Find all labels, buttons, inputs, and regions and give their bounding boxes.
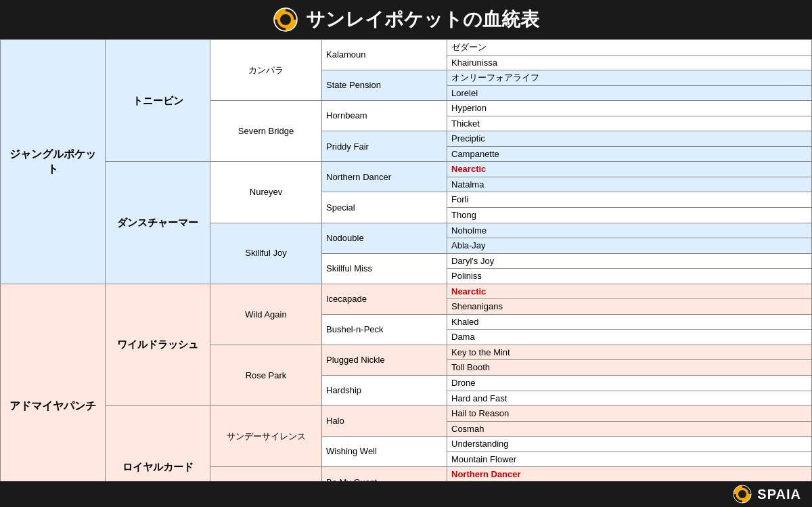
svg-point-3 <box>738 490 746 498</box>
col2-dancecharmer: ダンスチャーマー <box>106 162 210 284</box>
col5-dama: Dama <box>447 330 812 345</box>
col5-keytomint: Key to the Mint <box>447 345 812 360</box>
col3-wildagain: Wild Again <box>210 284 322 345</box>
col4-bemyguest: Be My Guest <box>322 467 447 481</box>
col4-nodouble: Nodouble <box>322 223 447 253</box>
page-header: サンレイポケットの血統表 <box>0 0 812 39</box>
col5-tollbooth: Toll Booth <box>447 360 812 376</box>
col5-onlyfora: オンリーフォアライフ <box>447 70 812 86</box>
col3-sundaysilence: サンデーサイレンス <box>210 406 322 467</box>
col5-hardandfast: Hard and Fast <box>447 391 812 406</box>
col5-noholme: Noholme <box>447 223 812 238</box>
col2-tonybin: トニービン <box>106 40 210 162</box>
col4-special: Special <box>322 192 447 223</box>
pedigree-table-container: ジャングルポケット トニービン カンパラ Kalamoun ゼダーン Khair… <box>0 39 812 481</box>
col5-drone: Drone <box>447 376 812 391</box>
table-row: ダンスチャーマー Nureyev Northern Dancer Nearcti… <box>1 162 812 177</box>
col5-cosmah: Cosmah <box>447 421 812 437</box>
col5-nearctic2: Nearctic <box>447 284 812 299</box>
col3-kampara: カンパラ <box>210 40 322 101</box>
col5-khai: Khairunissa <box>447 55 812 70</box>
col3-severnbridge: Severn Bridge <box>210 101 322 162</box>
col5-nearctic1: Nearctic <box>447 162 812 177</box>
col5-zedan: ゼダーン <box>447 40 812 56</box>
table-row: ロイヤルカード サンデーサイレンス Halo Hail to Reason <box>1 406 812 422</box>
col5-hyperion: Hyperion <box>447 101 812 116</box>
footer-logo-icon <box>733 485 752 504</box>
col3-skillfuljoy: Skillful Joy <box>210 223 322 284</box>
col5-shenanigans: Shenanigans <box>447 299 812 315</box>
col5-thicket: Thicket <box>447 116 812 131</box>
col4-halo: Halo <box>322 406 447 437</box>
col5-forli: Forli <box>447 192 812 208</box>
col4-wishingwell: Wishing Well <box>322 437 447 467</box>
col4-skillfulmiss: Skillful Miss <box>322 253 447 284</box>
col2-wildlush: ワイルドラッシュ <box>106 284 210 405</box>
col4-kalamoun: Kalamoun <box>322 40 447 70</box>
footer-brand-label: SPAIA <box>757 487 801 502</box>
header-logo-icon <box>273 7 298 32</box>
col1-admaiya: アドマイヤパンチ <box>1 284 106 481</box>
col5-ablajay: Abla-Jay <box>447 238 812 254</box>
col5-hailtoreason: Hail to Reason <box>447 406 812 422</box>
col5-preciptic: Preciptic <box>447 131 812 147</box>
header-title: サンレイポケットの血統表 <box>306 7 539 32</box>
col2-royalcard: ロイヤルカード <box>106 406 210 481</box>
col5-thong: Thong <box>447 208 812 223</box>
col5-campanette: Campanette <box>447 146 812 162</box>
footer: SPAIA <box>0 481 812 507</box>
col5-khaled: Khaled <box>447 314 812 330</box>
col5-northerndancer2: Northern Dancer <box>447 467 812 481</box>
col1-jungle: ジャングルポケット <box>1 40 106 284</box>
col5-poliniss: Poliniss <box>447 269 812 284</box>
col5-lorelei: Lorelei <box>447 85 812 101</box>
col3-nureyev: Nureyev <box>210 162 322 223</box>
table-row: アドマイヤパンチ ワイルドラッシュ Wild Again Icecapade N… <box>1 284 812 299</box>
col3-rosepark: Rose Park <box>210 345 322 405</box>
col4-northerndancer1: Northern Dancer <box>322 162 447 192</box>
col4-pluggednickle: Plugged Nickle <box>322 345 447 375</box>
pedigree-table: ジャングルポケット トニービン カンパラ Kalamoun ゼダーン Khair… <box>0 39 812 481</box>
col4-priddyfair: Priddy Fair <box>322 131 447 162</box>
table-row: ジャングルポケット トニービン カンパラ Kalamoun ゼダーン <box>1 40 812 56</box>
col3-admaiyalapis: アドマイヤラピス <box>210 467 322 481</box>
col4-statepension: State Pension <box>322 70 447 101</box>
col5-natalma: Natalma <box>447 177 812 192</box>
col4-icecapade: Icecapade <box>322 284 447 314</box>
svg-point-1 <box>280 14 291 25</box>
col5-understanding: Understanding <box>447 437 812 452</box>
col5-darylsjoy: Daryl's Joy <box>447 253 812 269</box>
col4-hardship: Hardship <box>322 376 447 406</box>
col4-hornbeam: Hornbeam <box>322 101 447 131</box>
col4-bushelnpeck: Bushel-n-Peck <box>322 314 447 345</box>
page-wrapper: サンレイポケットの血統表 ジャングルポケット トニービン カンパラ Kalamo… <box>0 0 812 507</box>
col5-mountainflower: Mountain Flower <box>447 451 812 467</box>
